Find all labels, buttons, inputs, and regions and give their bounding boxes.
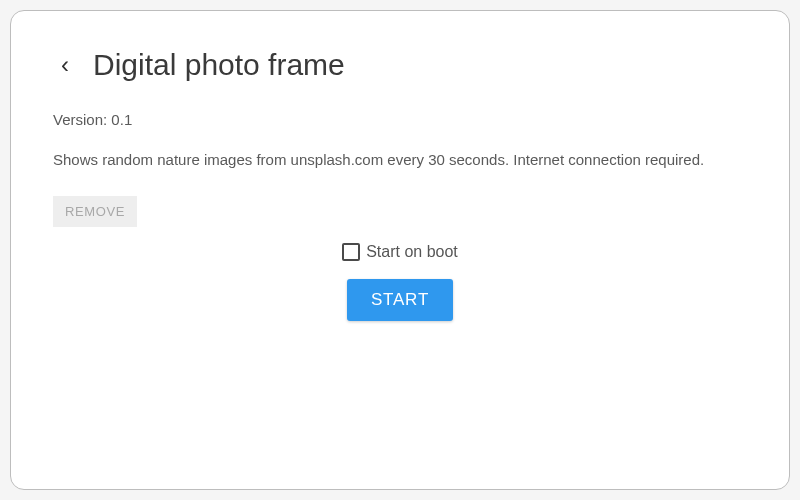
back-icon[interactable]: ‹ xyxy=(59,47,79,83)
start-on-boot-checkbox[interactable]: Start on boot xyxy=(342,243,458,261)
center-controls: Start on boot START xyxy=(53,243,747,321)
description-text: Shows random nature images from unsplash… xyxy=(53,146,747,174)
settings-card: ‹ Digital photo frame Version: 0.1 Shows… xyxy=(10,10,790,490)
checkbox-icon xyxy=(342,243,360,261)
remove-button[interactable]: REMOVE xyxy=(53,196,137,227)
start-button[interactable]: START xyxy=(347,279,453,321)
start-on-boot-label: Start on boot xyxy=(366,243,458,261)
version-label: Version: 0.1 xyxy=(53,111,747,128)
header: ‹ Digital photo frame xyxy=(53,47,747,83)
page-title: Digital photo frame xyxy=(93,48,345,82)
